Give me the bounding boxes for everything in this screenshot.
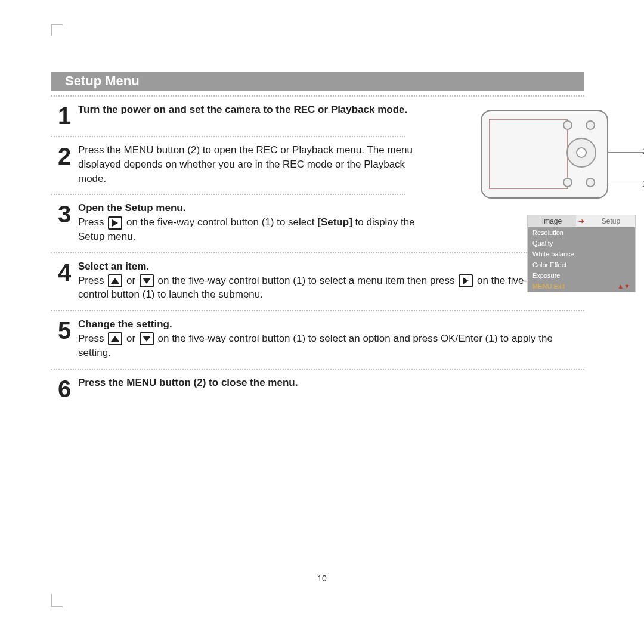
arrow-right-icon: ➔: [576, 217, 587, 225]
step-number: 3: [51, 201, 78, 226]
step-head: Open the Setup menu.: [78, 202, 185, 213]
right-icon: [459, 274, 473, 287]
crop-mark: [51, 606, 63, 607]
pointer-line: [608, 185, 644, 185]
step-number: 6: [51, 376, 78, 401]
up-icon: [108, 332, 122, 345]
up-icon: [108, 274, 122, 287]
menu-item: Color Effect: [528, 259, 635, 270]
step-text: on the five-way control button (1) to se…: [126, 216, 317, 228]
step-text: or: [126, 275, 138, 286]
step-number: 2: [51, 143, 78, 168]
menu-item: Exposure: [528, 270, 635, 281]
step-head: Turn the power on and set the camera to …: [78, 104, 407, 115]
step-number: 5: [51, 317, 78, 342]
menu-item: Quality: [528, 238, 635, 249]
step-text: Press: [78, 333, 107, 344]
step-text: on the five-way control button (1) to se…: [158, 275, 458, 286]
menu-screenshot: Image ➔ Setup Resolution Quality White b…: [527, 215, 636, 292]
step-head: Change the setting.: [78, 318, 172, 330]
step-text: Press: [78, 216, 107, 228]
menu-tab-setup: Setup: [587, 215, 635, 227]
crop-mark: [51, 594, 52, 606]
down-icon: [140, 274, 154, 287]
step-text: or: [126, 333, 138, 344]
pointer-line: [608, 152, 644, 153]
step-5: 5 Change the setting. Press or on the fi…: [51, 311, 584, 368]
page-number: 10: [0, 574, 644, 583]
step-3: 3 Open the Setup menu. Press on the five…: [51, 195, 584, 252]
up-down-icon: ▲▼: [617, 283, 630, 290]
down-icon: [140, 332, 154, 345]
step-text: Press: [78, 275, 107, 286]
menu-item: Resolution: [528, 227, 635, 238]
step-6: 6 Press the MENU button (2) to close the…: [51, 370, 584, 409]
step-head: Press the MENU button (2) to close the m…: [78, 377, 298, 388]
right-icon: [108, 216, 122, 230]
menu-item: White balance: [528, 249, 635, 259]
step-number: 4: [51, 259, 78, 284]
step-4: 4 Select an item. Press or on the five-w…: [51, 253, 584, 310]
menu-footer-exit: MENU:Exit: [532, 283, 565, 290]
step-number: 1: [51, 103, 78, 128]
setup-ref: [Setup]: [317, 216, 352, 228]
page-title: Setup Menu: [51, 72, 584, 91]
menu-tab-image: Image: [528, 215, 576, 227]
step-head: Select an item.: [78, 261, 149, 272]
